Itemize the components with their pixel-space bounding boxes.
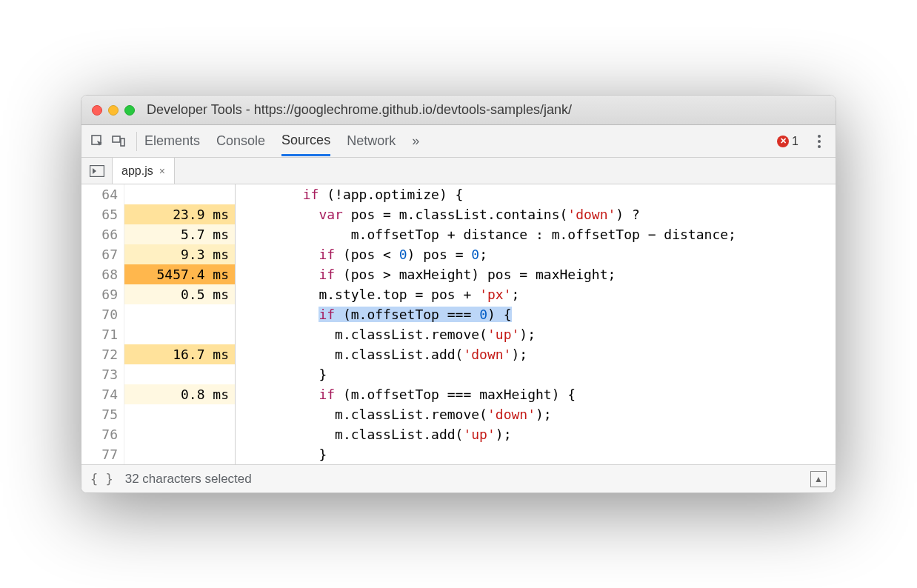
line-time <box>124 424 235 444</box>
devtools-toolbar: Elements Console Sources Network » ✕ 1 <box>81 125 836 158</box>
code-line[interactable]: m.classList.remove('up'); <box>236 324 836 344</box>
line-number: 70 <box>81 304 118 324</box>
line-time: 0.8 ms <box>124 384 235 404</box>
line-number: 75 <box>81 404 118 424</box>
drawer-toggle-icon[interactable]: ▲ <box>810 471 827 487</box>
line-number: 66 <box>81 224 118 244</box>
profile-time-gutter: 23.9 ms5.7 ms9.3 ms5457.4 ms0.5 ms 16.7 … <box>124 184 236 464</box>
line-time <box>124 304 235 324</box>
code-line[interactable]: if (!app.optimize) { <box>236 184 836 204</box>
code-line[interactable]: if (m.offsetTop === maxHeight) { <box>236 384 836 404</box>
line-number: 68 <box>81 264 118 284</box>
code-line[interactable]: if (pos > maxHeight) pos = maxHeight; <box>236 264 836 284</box>
code-line[interactable]: m.classList.add('down'); <box>236 344 836 364</box>
tab-console[interactable]: Console <box>216 127 265 155</box>
line-number: 65 <box>81 204 118 224</box>
code-content[interactable]: if (!app.optimize) { var pos = m.classLi… <box>236 184 836 464</box>
code-line[interactable]: if (pos < 0) pos = 0; <box>236 244 836 264</box>
close-window-button[interactable] <box>92 105 102 116</box>
error-count-value: 1 <box>792 135 798 148</box>
window-title: Developer Tools - https://googlechrome.g… <box>147 102 572 118</box>
window-controls <box>92 105 135 116</box>
close-tab-icon[interactable]: × <box>159 165 165 177</box>
titlebar: Developer Tools - https://googlechrome.g… <box>81 96 836 125</box>
code-line[interactable]: if (m.offsetTop === 0) { <box>236 304 836 324</box>
line-number: 67 <box>81 244 118 264</box>
tab-network[interactable]: Network <box>347 127 396 155</box>
line-time: 23.9 ms <box>124 204 235 224</box>
line-number-gutter: 6465666768697071727374757677 <box>81 184 124 464</box>
code-line[interactable]: } <box>236 364 836 384</box>
status-text: 32 characters selected <box>125 472 252 487</box>
line-time <box>124 364 235 384</box>
line-number: 77 <box>81 444 118 464</box>
line-number: 72 <box>81 344 118 364</box>
line-number: 74 <box>81 384 118 404</box>
file-tab-appjs[interactable]: app.js × <box>113 158 175 184</box>
panel-tabs: Elements Console Sources Network » <box>144 127 419 156</box>
line-time <box>124 444 235 464</box>
code-editor[interactable]: 6465666768697071727374757677 23.9 ms5.7 … <box>81 184 836 464</box>
line-time <box>124 184 235 204</box>
svg-point-5 <box>818 145 821 148</box>
line-number: 71 <box>81 324 118 344</box>
tab-more[interactable]: » <box>412 127 419 155</box>
file-tab-label: app.js <box>121 164 153 178</box>
svg-rect-6 <box>90 165 104 176</box>
line-time <box>124 324 235 344</box>
line-time: 0.5 ms <box>124 284 235 304</box>
error-count[interactable]: ✕ 1 <box>777 135 798 148</box>
file-tabs: app.js × <box>81 158 836 184</box>
svg-point-3 <box>818 135 821 138</box>
line-number: 73 <box>81 364 118 384</box>
tab-elements[interactable]: Elements <box>144 127 200 155</box>
line-time <box>124 404 235 424</box>
device-mode-icon[interactable] <box>108 131 129 152</box>
tab-sources[interactable]: Sources <box>281 127 330 156</box>
devtools-window: Developer Tools - https://googlechrome.g… <box>81 95 836 493</box>
kebab-menu-icon[interactable] <box>809 131 830 152</box>
zoom-window-button[interactable] <box>124 105 135 116</box>
error-icon: ✕ <box>777 136 789 147</box>
minimize-window-button[interactable] <box>108 105 119 116</box>
pretty-print-icon[interactable]: { } <box>90 472 113 487</box>
line-time: 9.3 ms <box>124 244 235 264</box>
code-line[interactable]: m.offsetTop + distance : m.offsetTop − d… <box>236 224 836 244</box>
line-time: 5.7 ms <box>124 224 235 244</box>
show-navigator-icon[interactable] <box>81 158 113 184</box>
inspect-element-icon[interactable] <box>87 131 108 152</box>
code-line[interactable]: m.classList.add('up'); <box>236 424 836 444</box>
line-time: 16.7 ms <box>124 344 235 364</box>
svg-rect-1 <box>113 136 120 142</box>
code-line[interactable]: } <box>236 444 836 464</box>
svg-point-4 <box>818 140 821 143</box>
line-time: 5457.4 ms <box>124 264 235 284</box>
statusbar: { } 32 characters selected ▲ <box>81 464 836 492</box>
code-line[interactable]: var pos = m.classList.contains('down') ? <box>236 204 836 224</box>
line-number: 64 <box>81 184 118 204</box>
svg-rect-2 <box>121 138 124 146</box>
code-line[interactable]: m.classList.remove('down'); <box>236 404 836 424</box>
line-number: 69 <box>81 284 118 304</box>
code-line[interactable]: m.style.top = pos + 'px'; <box>236 284 836 304</box>
line-number: 76 <box>81 424 118 444</box>
